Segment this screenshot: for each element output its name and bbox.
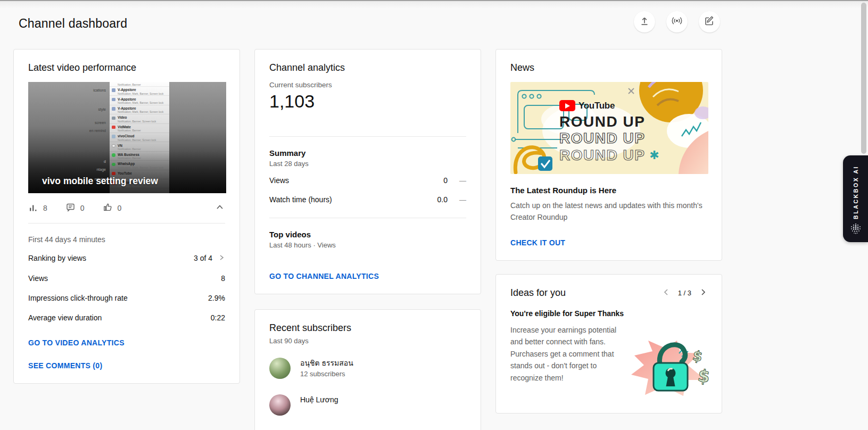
card-title-ideas: Ideas for you	[510, 287, 566, 299]
go-live-icon	[671, 15, 683, 29]
summary-title: Summary	[269, 148, 466, 158]
news-headline: The Latest Roundup is Here	[510, 186, 707, 195]
channel-analytics-card: Channel analytics Current subscribers 1,…	[254, 49, 481, 294]
app-icon	[112, 98, 115, 102]
app-row: V-AppstoreNotification, Mark, Banner, Sc…	[110, 87, 169, 96]
app-row: V-AppstoreNotification, Mark, Banner, Sc…	[110, 105, 169, 114]
card-title-latest-video: Latest video performance	[28, 62, 225, 73]
ideas-for-you-card: Ideas for you 1 / 3 You're eligible for …	[495, 274, 722, 414]
ideas-body: Increase your earnings potential and bet…	[510, 324, 621, 384]
recent-subscribers-card: Recent subscribers Last 90 days อนุชิต ธ…	[254, 309, 481, 430]
metric-row-ranking[interactable]: Ranking by views 3 of 4	[28, 248, 225, 268]
thumb-text-fragment: en remind	[28, 129, 106, 133]
app-row: V-AppstoreNotification, Mark, Banner, Sc…	[110, 96, 169, 105]
subscriber-avatar	[269, 358, 291, 379]
thumbnail-shade	[28, 151, 226, 193]
divider	[269, 136, 466, 137]
chevron-left-icon[interactable]	[662, 288, 671, 299]
recent-subscribers-period: Last 90 days	[269, 337, 466, 345]
video-stats-row: 8 0	[28, 202, 225, 214]
header-actions	[634, 11, 720, 32]
current-subscribers-label: Current subscribers	[269, 81, 466, 89]
app-row: VideoNotification, Banner, Screen lock	[110, 114, 169, 123]
analytics-bars-icon	[28, 202, 38, 214]
chevron-up-icon	[214, 202, 225, 214]
svg-text:$: $	[691, 348, 704, 365]
ideas-pagination: 1 / 3	[662, 288, 707, 299]
top-videos-period: Last 48 hours · Views	[269, 241, 466, 249]
metric-row-views: Views 8	[28, 268, 225, 288]
go-to-channel-analytics-link[interactable]: GO TO CHANNEL ANALYTICS	[269, 272, 379, 280]
page-title: Channel dashboard	[19, 16, 127, 31]
app-icon	[112, 144, 115, 148]
summary-period: Last 28 days	[269, 160, 466, 168]
chevron-right-icon[interactable]	[699, 288, 707, 299]
window-top-edge	[0, 0, 868, 1]
thumb-text-fragment: ications	[28, 88, 106, 92]
news-card: News	[495, 49, 722, 261]
video-metrics: Ranking by views 3 of 4 Views 8 Impressi…	[28, 248, 225, 327]
svg-text:$: $	[697, 365, 711, 387]
divider	[28, 223, 225, 224]
go-live-button[interactable]	[666, 11, 688, 32]
banner-line-3: ROUND UP✱	[559, 147, 660, 163]
thumb-text-fragment: style	[28, 108, 106, 111]
subscriber-row[interactable]: อนุชิต ธรรมสอน 12 subscribers	[269, 358, 466, 379]
create-button[interactable]	[699, 11, 720, 32]
pagination-counter: 1 / 3	[678, 289, 691, 297]
metric-row-ctr: Impressions click-through rate 2.9%	[28, 288, 225, 308]
go-to-video-analytics-link[interactable]: GO TO VIDEO ANALYTICS	[28, 338, 125, 347]
app-icon	[112, 117, 115, 120]
subscriber-count: 12 subscribers	[300, 370, 353, 378]
subscriber-name: อนุชิต ธรรมสอน	[300, 358, 353, 368]
trend-neutral-icon: —	[459, 177, 466, 185]
thumbnail-video-title: vivo mobile setting review	[42, 176, 158, 187]
trend-neutral-icon: —	[459, 196, 466, 204]
upload-icon	[639, 15, 650, 29]
blackbox-ai-dots-logo	[849, 222, 862, 237]
summary-row-views: Views 0 —	[269, 176, 466, 185]
thumbs-up-icon	[103, 202, 113, 214]
likes-stat: 0	[103, 202, 122, 214]
banner-line-2: ROUND UP	[559, 130, 660, 146]
current-subscribers-value: 1,103	[269, 91, 466, 112]
first-days-label: First 44 days 4 minutes	[28, 235, 225, 244]
banner-line-1: ROUND UP	[559, 113, 660, 130]
news-body: Catch up on the latest news and updates …	[510, 200, 707, 223]
app-row: vivoCloudNotification, Banner, Screen lo…	[110, 133, 169, 142]
subscriber-row[interactable]: Huệ Lương	[269, 394, 466, 416]
create-icon	[704, 15, 715, 29]
card-title-channel-analytics: Channel analytics	[269, 62, 466, 73]
views-stat: 8	[28, 202, 47, 214]
app-icon	[112, 126, 115, 129]
collapse-card-button[interactable]	[214, 202, 225, 214]
banner-text: YouTube ROUND UP ROUND UP ROUND UP✱	[559, 100, 660, 163]
app-icon	[112, 135, 115, 138]
app-row: Notification, Banner	[110, 82, 169, 87]
thumb-text-fragment: screen	[28, 121, 106, 125]
chevron-right-icon	[218, 254, 225, 263]
subscriber-avatar	[269, 394, 291, 416]
divider	[269, 218, 466, 218]
latest-video-performance-card: Latest video performance ications style …	[13, 49, 240, 384]
super-thanks-illustration: $ $	[630, 335, 711, 400]
check-it-out-link[interactable]: CHECK IT OUT	[510, 238, 565, 247]
see-comments-link[interactable]: SEE COMMENTS (0)	[28, 361, 102, 370]
upload-video-button[interactable]	[634, 11, 655, 32]
blackbox-ai-tab[interactable]: BLACKBOX AI	[843, 155, 868, 242]
header-fade	[0, 1, 868, 9]
video-thumbnail[interactable]: ications style screen en remind d ntage …	[28, 82, 226, 193]
comments-icon	[65, 202, 76, 214]
card-title-recent-subscribers: Recent subscribers	[269, 322, 466, 334]
summary-row-watch-time: Watch time (hours) 0.0 —	[269, 195, 466, 204]
comments-stat: 0	[65, 202, 85, 214]
scrollbar-thumb[interactable]	[861, 3, 866, 154]
subscriber-name: Huệ Lương	[300, 394, 338, 404]
top-videos-title: Top videos	[269, 230, 466, 239]
app-row: VidMateNotification, Banner	[110, 124, 169, 133]
metric-row-avg-duration: Average view duration 0:22	[28, 308, 225, 327]
news-banner[interactable]: YouTube ROUND UP ROUND UP ROUND UP✱	[510, 82, 708, 174]
app-icon	[112, 107, 115, 111]
youtube-play-icon	[559, 100, 575, 111]
card-title-news: News	[510, 62, 707, 73]
